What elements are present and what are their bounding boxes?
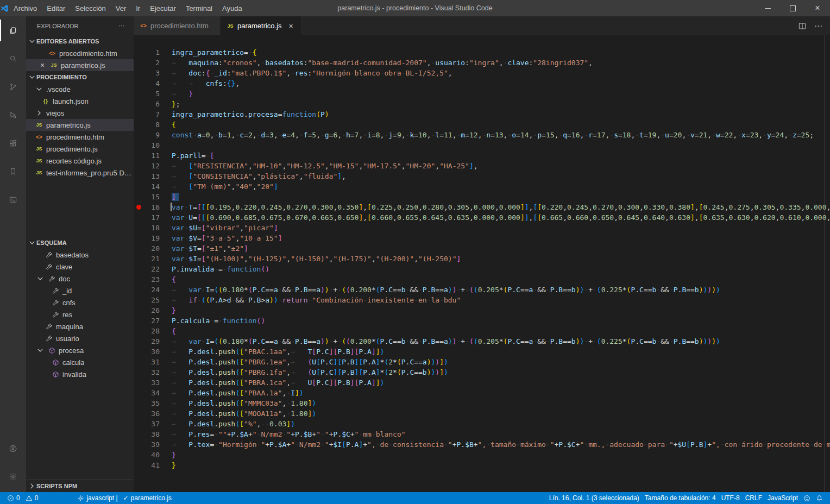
menu-ir[interactable]: Ir xyxy=(131,0,145,16)
line-number[interactable]: 19 xyxy=(144,233,160,243)
section-header-scripts-npm[interactable]: SCRIPTS NPM xyxy=(26,480,134,492)
code-line[interactable]: 2→ maquina:"cronos",·basedatos:"base-mad… xyxy=(134,58,830,68)
tree-item-usuario[interactable]: usuario xyxy=(26,332,134,344)
code-line[interactable]: 13→ ["CONSISTENCIA","plástica","fluida"]… xyxy=(134,171,830,181)
breakpoint-zone[interactable] xyxy=(134,243,144,254)
line-number[interactable]: 26 xyxy=(144,305,160,316)
activity-settings-gear-icon[interactable] xyxy=(0,463,26,491)
breakpoint-zone[interactable] xyxy=(134,295,144,305)
breakpoint-zone[interactable] xyxy=(134,109,144,119)
activity-source-control-icon[interactable] xyxy=(0,73,26,101)
tree-item-procedimiento-htm[interactable]: <>procedimiento.htm xyxy=(26,47,134,59)
code-line[interactable]: 6}; xyxy=(134,99,830,109)
tree-item-launch-json[interactable]: {}launch.json xyxy=(26,95,134,107)
line-number[interactable]: 40 xyxy=(144,450,160,460)
line-number[interactable]: 11 xyxy=(144,150,160,161)
menu-archivo[interactable]: Archivo xyxy=(9,0,42,16)
line-number[interactable]: 38 xyxy=(144,429,160,439)
code-line[interactable]: 29→ var·I=((0.180*(P.C==a·&&·P.B==a))·+·… xyxy=(134,336,830,346)
line-number[interactable]: 7 xyxy=(144,109,160,119)
menu-ejecutar[interactable]: Ejecutar xyxy=(145,0,181,16)
breakpoint-zone[interactable] xyxy=(134,47,144,58)
code-line[interactable]: 3→ doc:{·_id:"mat.PBPO.1$",·res:"Hormigó… xyxy=(134,68,830,78)
code-line[interactable]: 7ingra_parametrico.procesa=function(P) xyxy=(134,109,830,119)
code-line[interactable]: 23{ xyxy=(134,274,830,285)
tree-item-id[interactable]: _id xyxy=(26,285,134,297)
menu-editar[interactable]: Editar xyxy=(42,0,70,16)
code-line[interactable]: 16var·T=[[[0.195,0.220,0.245,0.270,0.300… xyxy=(134,202,830,212)
scrollbar[interactable] xyxy=(824,35,830,492)
section-header-esquema[interactable]: ESQUEMA xyxy=(26,237,134,249)
tree-item-procedimiento-js[interactable]: JSprocedimiento.js xyxy=(26,143,134,155)
line-number[interactable]: 20 xyxy=(144,243,160,254)
breakpoint-zone[interactable] xyxy=(134,202,144,212)
code-line[interactable]: 9const·a=0,·b=1,·c=2,·d=3,·e=4,·f=5,·g=6… xyxy=(134,130,830,140)
breakpoint-zone[interactable] xyxy=(134,429,144,439)
code-line[interactable]: 28{ xyxy=(134,326,830,336)
code-line[interactable]: 32→ P.desl.push(["PBRG.1fa",→ (U[P.C][P.… xyxy=(134,367,830,377)
status-check-icon[interactable]: ✓parametrico.js xyxy=(121,492,174,504)
code-line[interactable]: 35→ P.desl.push(["MMMC03a",·1.80]) xyxy=(134,398,830,408)
line-number[interactable]: 16 xyxy=(144,202,160,212)
breakpoint-zone[interactable] xyxy=(134,408,144,419)
code-line[interactable]: 27P.calcula·=·function() xyxy=(134,316,830,326)
line-number[interactable]: 29 xyxy=(144,336,160,346)
line-number[interactable]: 14 xyxy=(144,181,160,192)
tree-item-test-informes-pro-pru5-de[interactable]: JStest-informes_pro.pru5 De... xyxy=(26,167,134,179)
breakpoint-zone[interactable] xyxy=(134,192,144,202)
breakpoint-zone[interactable] xyxy=(134,140,144,150)
section-header-editores-abiertos[interactable]: EDITORES ABIERTOS xyxy=(26,35,134,47)
breakpoint-zone[interactable] xyxy=(134,305,144,316)
breakpoint-zone[interactable] xyxy=(134,398,144,408)
line-number[interactable]: 8 xyxy=(144,119,160,130)
code-line[interactable]: 5→ } xyxy=(134,89,830,99)
line-number[interactable]: 3 xyxy=(144,68,160,78)
tree-item-procesa[interactable]: procesa xyxy=(26,344,134,356)
code-line[interactable]: 8{ xyxy=(134,119,830,130)
line-number[interactable]: 39 xyxy=(144,439,160,450)
line-number[interactable]: 13 xyxy=(144,171,160,181)
line-number[interactable]: 21 xyxy=(144,254,160,264)
line-number[interactable]: 12 xyxy=(144,161,160,171)
breakpoint-zone[interactable] xyxy=(134,388,144,398)
code-line[interactable]: 11P.parll=·[ xyxy=(134,150,830,161)
line-number[interactable]: 32 xyxy=(144,367,160,377)
breakpoint-zone[interactable] xyxy=(134,377,144,388)
tree-item-vscode[interactable]: .vscode xyxy=(26,83,134,95)
line-number[interactable]: 18 xyxy=(144,223,160,233)
breakpoint-zone[interactable] xyxy=(134,285,144,295)
code-line[interactable]: 10 xyxy=(134,140,830,150)
status-bell-icon[interactable] xyxy=(813,492,826,504)
code-line[interactable]: 37→ P.desl.push(["%",··0.03]) xyxy=(134,419,830,429)
line-number[interactable]: 15 xyxy=(144,192,160,202)
code-line[interactable]: 4→ → cnfs:{}, xyxy=(134,78,830,89)
breakpoint-zone[interactable] xyxy=(134,99,144,109)
tree-item-parametrico-js[interactable]: JSparametrico.js xyxy=(26,119,134,131)
code-line[interactable]: 15] xyxy=(134,192,830,202)
close-window-button[interactable]: × xyxy=(805,0,830,16)
menu-selecci-n[interactable]: Selección xyxy=(70,0,110,16)
breakpoint-zone[interactable] xyxy=(134,130,144,140)
line-number[interactable]: 37 xyxy=(144,419,160,429)
code-line[interactable]: 20var·$T=["±1","±2"] xyxy=(134,243,830,254)
line-number[interactable]: 35 xyxy=(144,398,160,408)
breakpoint-zone[interactable] xyxy=(134,460,144,470)
line-number[interactable]: 27 xyxy=(144,316,160,326)
tree-item-parametrico-js[interactable]: ×JSparametrico.js xyxy=(26,59,134,71)
code-line[interactable]: 41} xyxy=(134,460,830,470)
breakpoint-zone[interactable] xyxy=(134,357,144,367)
breakpoint-zone[interactable] xyxy=(134,254,144,264)
line-number[interactable]: 30 xyxy=(144,346,160,357)
code-line[interactable]: 14→ ["TM·(mm)","40","20"] xyxy=(134,181,830,192)
breakpoint-zone[interactable] xyxy=(134,336,144,346)
line-number[interactable]: 36 xyxy=(144,408,160,419)
status-l-n-16-col-1-3-seleccionada[interactable]: Lín. 16, Col. 1 (3 seleccionada) xyxy=(546,492,642,504)
line-number[interactable]: 2 xyxy=(144,58,160,68)
activity-account-icon[interactable] xyxy=(0,434,26,463)
code-line[interactable]: 26} xyxy=(134,305,830,316)
line-number[interactable]: 10 xyxy=(144,140,160,150)
code-line[interactable]: 22P.invalida·=·function() xyxy=(134,264,830,274)
breakpoint-zone[interactable] xyxy=(134,78,144,89)
breakpoint-zone[interactable] xyxy=(134,181,144,192)
tree-item-res[interactable]: res xyxy=(26,308,134,320)
